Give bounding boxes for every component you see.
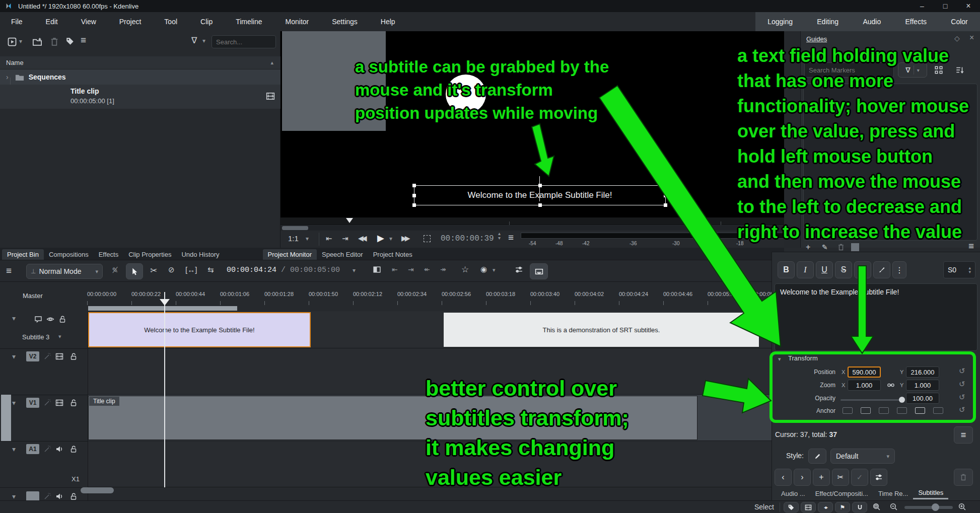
subtitle-track-label[interactable]: Subtitle 3 — [22, 333, 49, 341]
overwrite-zone-icon[interactable]: ↠ — [440, 265, 446, 273]
timeline-menu-icon[interactable]: ≡ — [6, 265, 12, 276]
bin-folder-row[interactable]: › Sequences — [0, 69, 281, 85]
duration-chevron-icon[interactable]: ▾ — [353, 267, 356, 274]
edit-mode-dropdown[interactable]: ⊥ Normal Mode ▾ — [26, 264, 103, 279]
workspace-tab-editing[interactable]: Editing — [817, 18, 838, 26]
add-subtitle-button[interactable]: + — [813, 469, 830, 486]
tab-undo-history[interactable]: Undo History — [176, 249, 224, 260]
collapse-chevron-icon[interactable]: ▾ — [12, 399, 16, 407]
more-options-button[interactable]: ⋮ — [892, 261, 906, 278]
menu-timeline[interactable]: Timeline — [231, 16, 267, 27]
workspace-tab-effects[interactable]: Effects — [905, 18, 927, 26]
bold-button[interactable]: B — [778, 261, 795, 278]
underline-button[interactable]: U — [816, 261, 833, 278]
markers-flag-button[interactable]: ⚑ — [835, 502, 850, 512]
handle[interactable] — [538, 203, 542, 207]
effects-wand-icon[interactable] — [43, 492, 51, 500]
monitor-playhead-icon[interactable] — [346, 218, 353, 223]
italic-button[interactable]: I — [797, 261, 814, 278]
edit-style-button[interactable] — [808, 449, 826, 464]
lock-track-icon[interactable] — [69, 352, 78, 360]
prev-subtitle-button[interactable]: ‹ — [775, 469, 792, 486]
subtitle-text-editor[interactable]: Welcome to the Example Subtitle File! — [775, 283, 977, 351]
zoom-chevron-icon[interactable]: ▾ — [306, 235, 309, 242]
subtitle-clip-selected[interactable]: Welcome to the Example Subtitle File! — [88, 312, 311, 347]
timeline-zoom-slider[interactable] — [904, 506, 953, 509]
mix-toggle-button[interactable]: ◂▸ — [818, 502, 833, 512]
handle[interactable] — [412, 184, 416, 187]
track-badge-v2[interactable]: V2 — [26, 351, 39, 361]
thumbnails-toggle-button[interactable] — [801, 502, 816, 512]
font-button[interactable]: A✓ — [854, 261, 871, 278]
monitor-seek-bar[interactable] — [281, 217, 784, 225]
style-brush-button[interactable] — [873, 261, 890, 278]
handle[interactable] — [664, 194, 667, 197]
menu-tool[interactable]: Tool — [159, 16, 182, 27]
rewind-icon[interactable]: ◀◀ — [358, 234, 365, 242]
menu-help[interactable]: Help — [376, 16, 400, 27]
selection-tool-button[interactable] — [126, 263, 143, 279]
subtitle-settings-button[interactable] — [870, 469, 887, 486]
timeline-zoom-handle[interactable] — [932, 503, 939, 511]
add-clip-chevron-icon[interactable]: ▾ — [19, 38, 22, 45]
collapse-chevron-icon[interactable]: ▾ — [12, 445, 16, 453]
tab-project-bin[interactable]: Project Bin — [2, 249, 44, 260]
expand-chevron-icon[interactable]: › — [6, 73, 9, 81]
lock-track-icon[interactable] — [69, 492, 78, 500]
guides-menu-icon[interactable]: ≡ — [968, 241, 974, 252]
timeline-timecode[interactable]: 00:00:04:24 / 00:00:05:00 — [227, 266, 340, 274]
bin-name-header[interactable]: Name ▴ — [0, 56, 281, 69]
timeline-edit-icon[interactable]: ✎̸ — [112, 266, 118, 275]
handle[interactable] — [664, 184, 667, 187]
next-subtitle-button[interactable]: › — [794, 469, 811, 486]
subtitle-clip[interactable]: This is a demonstration of SRT subtitles… — [443, 312, 759, 347]
playhead-marker-icon[interactable] — [160, 299, 170, 306]
monitor-subtitle-box[interactable]: Welcome to the Example Subtitle File! — [414, 185, 666, 205]
maximize-button[interactable]: □ — [934, 2, 957, 10]
tab-project-notes[interactable]: Project Notes — [368, 249, 417, 260]
monitor-zoom-level[interactable]: 1:1 — [288, 234, 299, 243]
apply-button[interactable]: ✓ — [851, 469, 868, 486]
menu-clip[interactable]: Clip — [195, 16, 218, 27]
monitor-timecode[interactable]: 00:00:00:39 — [441, 234, 494, 243]
close-panel-icon[interactable]: × — [969, 33, 974, 42]
guides-title[interactable]: Guides — [806, 35, 827, 43]
collapse-chevron-icon[interactable]: ▾ — [12, 352, 16, 360]
tab-subtitles[interactable]: Subtitles — [913, 487, 948, 499]
horizontal-scrollbar-thumb[interactable] — [81, 487, 114, 493]
slip-tool-icon[interactable]: ⇆ — [207, 265, 214, 274]
strikethrough-button[interactable]: S — [835, 261, 852, 278]
handle[interactable] — [412, 194, 416, 197]
sort-chevron-icon[interactable]: ▴ — [270, 59, 273, 66]
set-out-point-icon[interactable]: ⇥ — [342, 234, 348, 243]
tab-compositions[interactable]: Compositions — [44, 249, 94, 260]
subtitle-track-chevron-icon[interactable]: ▾ — [58, 333, 61, 340]
lock-track-icon[interactable] — [58, 315, 66, 323]
menu-monitor[interactable]: Monitor — [281, 16, 314, 27]
effects-wand-icon[interactable] — [43, 445, 51, 453]
handle[interactable] — [664, 203, 667, 207]
collapse-chevron-icon[interactable]: ▾ — [12, 314, 16, 322]
fast-forward-icon[interactable]: ▶▶ — [401, 234, 408, 242]
tag-button[interactable] — [65, 37, 75, 46]
insert-zone-icon[interactable]: ⇤ — [392, 265, 398, 273]
lift-zone-icon[interactable]: ↞ — [424, 265, 430, 273]
play-icon[interactable]: ▶ — [377, 233, 384, 244]
monitor-menu-icon[interactable]: ≡ — [508, 232, 514, 243]
audio-mixer-icon[interactable] — [515, 265, 523, 274]
filter-icon[interactable]: ∇ — [191, 35, 197, 46]
lock-track-icon[interactable] — [69, 445, 78, 453]
timeline-zone-bar[interactable] — [88, 306, 237, 311]
monitor-zoombar-handle[interactable] — [282, 226, 308, 230]
favorite-effects-icon[interactable]: ☆ — [461, 264, 469, 275]
menu-project[interactable]: Project — [114, 16, 147, 27]
style-dropdown[interactable]: Default ▾ — [830, 449, 895, 464]
tab-clip-properties[interactable]: Clip Properties — [123, 249, 176, 260]
zoom-in-icon[interactable] — [958, 502, 966, 511]
timecode-spin-icons[interactable]: ▴▾ — [498, 231, 501, 240]
char-count-spinbox[interactable]: S0 ▴▾ — [943, 261, 975, 278]
monitor-zoombar[interactable] — [281, 226, 784, 231]
subtitle-tool-button[interactable] — [530, 263, 548, 279]
razor-tool-icon[interactable]: ✂ — [150, 265, 157, 276]
extract-zone-icon[interactable]: ⇥ — [408, 265, 414, 273]
